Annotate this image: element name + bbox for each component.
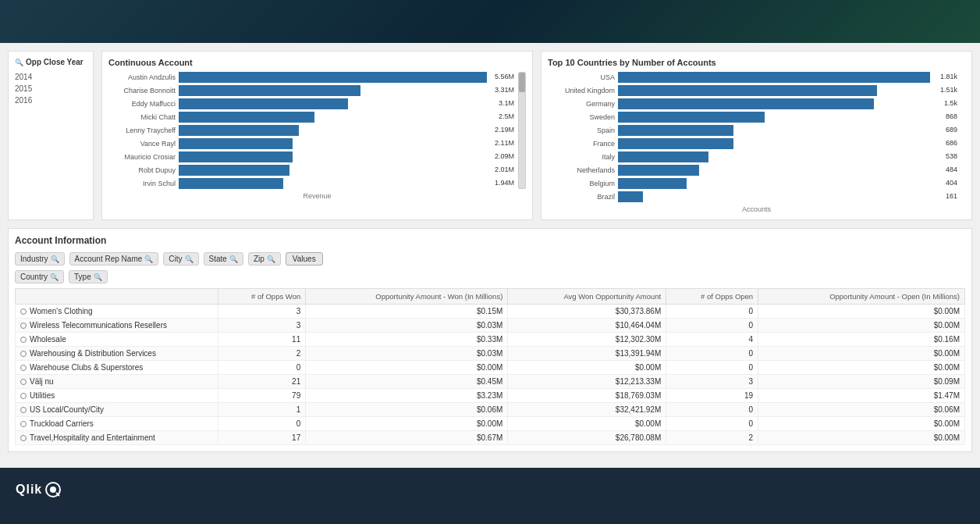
- filter-city-label: City: [169, 255, 182, 263]
- bar-row: Spain 689: [548, 125, 930, 136]
- table-row: Wholesale 11 $0.33M $12,302.30M 4 $0.16M: [16, 333, 965, 347]
- row-expand-icon[interactable]: [20, 407, 27, 413]
- row-avg-won: $32,421.92M: [508, 403, 666, 417]
- values-button[interactable]: Values: [286, 252, 323, 266]
- col-header-avg-won: Avg Won Opportunity Amount: [508, 289, 666, 305]
- search-icon: 🔍: [94, 273, 102, 281]
- account-info-title: Account Information: [15, 235, 965, 246]
- row-expand-icon[interactable]: [20, 421, 27, 427]
- bar-row: Germany 1.5k: [548, 98, 930, 109]
- row-opps-open: 0: [666, 403, 758, 417]
- row-expand-icon[interactable]: [20, 365, 27, 371]
- table-row: Utilities 79 $3.23M $18,769.03M 19 $1.47…: [16, 389, 965, 403]
- row-expand-icon[interactable]: [20, 379, 27, 385]
- continuous-bar-chart: Austin Andzulis 5.56M Charise Bonnoitt 3…: [108, 72, 526, 189]
- row-expand-icon[interactable]: [20, 308, 27, 315]
- bar-row: Belgium 404: [548, 178, 930, 189]
- row-avg-won: $0.00M: [508, 361, 666, 375]
- filter-zip[interactable]: Zip 🔍: [248, 252, 281, 266]
- search-icon: 🔍: [51, 255, 59, 263]
- year-item-2016[interactable]: 2016: [15, 94, 87, 106]
- bar-row: Mauricio Crosiar 2.09M: [108, 151, 487, 162]
- row-opps-open: 0: [666, 319, 758, 333]
- row-avg-won: $30,373.86M: [508, 305, 666, 319]
- charts-row: 🔍 Opp Close Year 2014 2015 2016 Continuo…: [8, 51, 972, 220]
- row-expand-icon[interactable]: [20, 351, 27, 357]
- filter-state-label: State: [209, 255, 227, 263]
- filter-state[interactable]: State 🔍: [204, 252, 243, 266]
- col-header-amt-won: Opportunity Amount - Won (In Millions): [306, 289, 508, 305]
- row-amt-won: $0.03M: [306, 319, 508, 333]
- search-icon: 🔍: [15, 59, 23, 66]
- bar-row: USA 1.81k: [548, 72, 930, 83]
- row-expand-icon[interactable]: [20, 435, 27, 441]
- row-amt-open: $0.00M: [758, 361, 965, 375]
- row-amt-won: $0.15M: [306, 305, 508, 319]
- bar-row: Robt Dupuy 2.01M: [108, 165, 487, 176]
- row-amt-open: $0.00M: [758, 431, 965, 445]
- top-countries-title: Top 10 Countries by Number of Accounts: [548, 58, 965, 67]
- row-amt-open: $0.09M: [758, 375, 965, 389]
- qlik-icon: [45, 482, 61, 497]
- search-icon: 🔍: [144, 255, 153, 263]
- row-expand-icon[interactable]: [20, 323, 27, 329]
- row-name-cell: Utilities: [16, 389, 218, 403]
- year-filter-label: Opp Close Year: [26, 58, 83, 66]
- countries-x-label: Accounts: [548, 205, 965, 213]
- row-avg-won: $18,769.03M: [508, 389, 666, 403]
- bar-row: Netherlands 484: [548, 165, 930, 176]
- filter-zip-label: Zip: [254, 255, 265, 263]
- row-avg-won: $12,213.33M: [508, 375, 666, 389]
- table-row: Warehousing & Distribution Services 2 $0…: [16, 347, 965, 361]
- year-item-2014[interactable]: 2014: [15, 71, 87, 83]
- filters-row-1: Industry 🔍 Account Rep Name 🔍 City 🔍 Sta…: [15, 252, 965, 266]
- filter-city[interactable]: City 🔍: [163, 252, 198, 266]
- bar-row: Vance Rayl 2.11M: [108, 138, 487, 149]
- bar-row: Brazil 161: [548, 191, 930, 202]
- row-opps-won: 1: [218, 403, 306, 417]
- row-opps-won: 3: [218, 305, 306, 319]
- row-name-cell: Truckload Carriers: [16, 417, 218, 431]
- row-name-cell: Warehouse Clubs & Superstores: [16, 361, 218, 375]
- bar-row: France 686: [548, 138, 930, 149]
- row-amt-won: $0.00M: [306, 361, 508, 375]
- table-row: Women's Clothing 3 $0.15M $30,373.86M 0 …: [16, 305, 965, 319]
- bar-row: Sweden 868: [548, 112, 930, 123]
- row-avg-won: $0.00M: [508, 417, 666, 431]
- year-filter-panel: 🔍 Opp Close Year 2014 2015 2016: [8, 51, 94, 220]
- row-opps-open: 0: [666, 361, 758, 375]
- row-opps-won: 79: [218, 389, 306, 403]
- row-amt-open: $0.16M: [758, 333, 965, 347]
- row-expand-icon[interactable]: [20, 337, 27, 343]
- row-name-cell: Wholesale: [16, 333, 218, 347]
- row-name-cell: US Local/County/City: [16, 403, 218, 417]
- row-opps-open: 2: [666, 431, 758, 445]
- row-name-cell: Välj nu: [16, 375, 218, 389]
- row-amt-won: $0.45M: [306, 375, 508, 389]
- row-expand-icon[interactable]: [20, 393, 27, 399]
- row-avg-won: $12,302.30M: [508, 333, 666, 347]
- year-item-2015[interactable]: 2015: [15, 83, 87, 94]
- row-amt-won: $0.67M: [306, 431, 508, 445]
- table-row: Wireless Telecommunications Resellers 3 …: [16, 319, 965, 333]
- scroll-indicator[interactable]: [518, 72, 526, 189]
- filter-type[interactable]: Type 🔍: [69, 270, 108, 283]
- filter-account-rep[interactable]: Account Rep Name 🔍: [69, 252, 159, 266]
- continuous-chart-title: Continuous Account: [108, 58, 526, 67]
- bar-row: Eddy Maffucci 3.1M: [108, 98, 487, 109]
- row-amt-open: $1.47M: [758, 389, 965, 403]
- continuous-account-chart: Continuous Account Austin Andzulis 5.56M…: [101, 51, 533, 220]
- row-opps-won: 21: [218, 375, 306, 389]
- row-amt-open: $0.00M: [758, 417, 965, 431]
- bottom-bar: Qlik: [0, 468, 980, 511]
- col-header-opps-won: # of Opps Won: [218, 289, 306, 305]
- top-countries-chart: Top 10 Countries by Number of Accounts U…: [541, 51, 972, 220]
- filter-industry[interactable]: Industry 🔍: [15, 252, 65, 266]
- countries-bar-chart: USA 1.81k United Kingdom 1.51k Germany 1…: [548, 72, 965, 202]
- search-icon: 🔍: [50, 273, 59, 281]
- filter-country[interactable]: Country 🔍: [15, 270, 64, 283]
- row-name-cell: Warehousing & Distribution Services: [16, 347, 218, 361]
- row-opps-open: 19: [666, 389, 758, 403]
- row-amt-won: $3.23M: [306, 389, 508, 403]
- filter-country-label: Country: [20, 273, 48, 281]
